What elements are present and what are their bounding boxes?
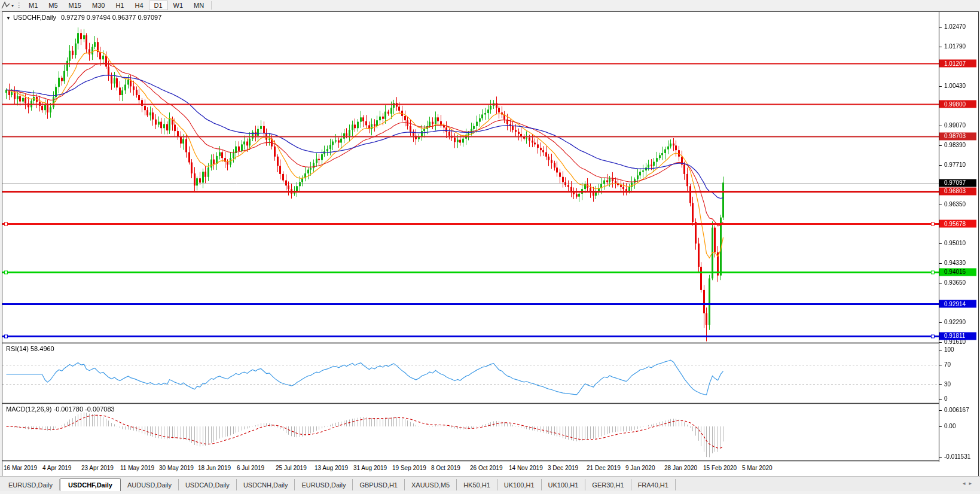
chart-window: ▼USDCHF,Daily0.97279 0.97494 0.96377 0.9…: [2, 11, 979, 477]
chart-tab-ger30-h1[interactable]: GER30,H1: [585, 479, 631, 490]
date-label: 26 Oct 2019: [470, 465, 502, 471]
chart-canvas[interactable]: [2, 12, 977, 462]
date-label: 19 Sep 2019: [392, 465, 426, 471]
timeframe-button-m30[interactable]: M30: [87, 1, 110, 10]
date-label: 14 Nov 2019: [509, 465, 543, 471]
date-label: 3 Dec 2019: [548, 465, 578, 471]
tab-scroll-arrows[interactable]: ◂▸: [963, 480, 975, 486]
chart-tab-uk100-h1[interactable]: UK100,H1: [497, 479, 542, 490]
chart-tab-xauusd-m5[interactable]: XAUUSD,M5: [405, 479, 457, 490]
timeframe-button-m5[interactable]: M5: [43, 1, 63, 10]
chart-tab-usdchf-daily[interactable]: USDCHF,Daily: [60, 478, 121, 491]
chart-tab-hk50-h1[interactable]: HK50,H1: [457, 479, 497, 490]
collapse-triangle-icon[interactable]: ▼: [6, 16, 11, 21]
scroll-right-icon[interactable]: ▸: [969, 480, 975, 486]
chart-ohlc-values: 0.97279 0.97494 0.96377 0.97097: [61, 14, 161, 21]
status-strip: [0, 491, 980, 494]
chart-title: ▼USDCHF,Daily0.97279 0.97494 0.96377 0.9…: [6, 14, 161, 21]
timeframe-button-m15[interactable]: M15: [63, 1, 87, 10]
date-label: 15 Feb 2020: [703, 465, 737, 471]
timeframe-button-m1[interactable]: M1: [23, 1, 43, 10]
date-label: 5 Mar 2020: [742, 465, 773, 471]
chart-tab-eurusd-daily[interactable]: EURUSD,Daily: [2, 479, 60, 490]
chart-tab-usdcnh-daily[interactable]: USDCNH,Daily: [237, 479, 295, 490]
chart-tab-eurusd-daily[interactable]: EURUSD,Daily: [295, 479, 353, 490]
toolbar-grip[interactable]: [18, 2, 20, 9]
date-label: 25 Jul 2019: [276, 465, 307, 471]
chart-tab-fra40-h1[interactable]: FRA40,H1: [631, 479, 676, 490]
chart-symbol: USDCHF,Daily: [13, 14, 56, 21]
date-label: 4 Apr 2019: [42, 465, 71, 471]
time-axis[interactable]: 16 Mar 20194 Apr 201923 Apr 201911 May 2…: [2, 462, 977, 475]
chart-tab-audusd-daily[interactable]: AUDUSD,Daily: [121, 479, 179, 490]
scroll-left-icon[interactable]: ◂: [963, 480, 969, 486]
chart-tab-uk100-h1[interactable]: UK100,H1: [542, 479, 586, 490]
date-label: 23 Apr 2019: [81, 465, 114, 471]
date-label: 6 Jul 2019: [237, 465, 264, 471]
rsi-value: 58.4960: [30, 345, 54, 352]
date-label: 8 Oct 2019: [431, 465, 460, 471]
timeframe-buttons: M1M5M15M30H1H4D1W1MN: [23, 1, 209, 10]
date-label: 28 Jan 2020: [664, 465, 697, 471]
date-label: 18 Jun 2019: [198, 465, 231, 471]
date-label: 31 Aug 2019: [353, 465, 387, 471]
timeframe-button-d1[interactable]: D1: [149, 1, 168, 10]
chart-tab-usdcad-daily[interactable]: USDCAD,Daily: [179, 479, 237, 490]
timeframe-button-mn[interactable]: MN: [188, 1, 209, 10]
date-label: 21 Dec 2019: [587, 465, 621, 471]
date-label: 16 Mar 2019: [4, 465, 37, 471]
tool-dropdown-caret-icon[interactable]: ▾: [11, 3, 14, 8]
date-label: 11 May 2019: [120, 465, 154, 471]
toolbar: ▾ M1M5M15M30H1H4D1W1MN: [0, 0, 980, 11]
rsi-indicator-label: RSI(14) 58.4960: [6, 345, 54, 352]
macd-indicator-label: MACD(12,26,9) -0.001780 -0.007083: [6, 405, 115, 413]
toolbar-separator: [211, 1, 212, 10]
chart-tab-gbpusd-h1[interactable]: GBPUSD,H1: [353, 479, 405, 490]
timeframe-button-h1[interactable]: H1: [110, 1, 129, 10]
date-label: 30 May 2019: [159, 465, 194, 471]
timeframe-button-h4[interactable]: H4: [129, 1, 148, 10]
timeframe-button-w1[interactable]: W1: [168, 1, 189, 10]
macd-values: -0.001780 -0.007083: [53, 405, 114, 413]
date-label: 9 Jan 2020: [625, 465, 655, 471]
macd-name: MACD(12,26,9): [6, 405, 51, 413]
rsi-name: RSI(14): [6, 345, 29, 352]
pointer-tool-icon[interactable]: [1, 1, 11, 10]
date-label: 13 Aug 2019: [315, 465, 348, 471]
chart-tabs-bar: EURUSD,DailyUSDCHF,DailyAUDUSD,DailyUSDC…: [0, 476, 980, 491]
